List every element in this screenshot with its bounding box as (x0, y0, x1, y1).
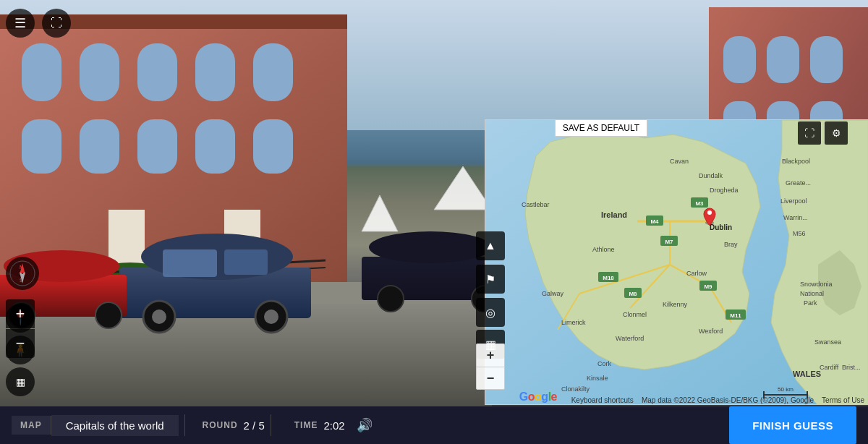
svg-text:Brist...: Brist... (842, 364, 861, 371)
svg-text:M9: M9 (704, 283, 712, 290)
zoom-out-button[interactable]: − (6, 329, 35, 358)
terms-of-use-link[interactable]: Terms of Use (822, 396, 864, 404)
sound-icon: 🔊 (357, 418, 373, 432)
svg-text:Castlebar: Castlebar (522, 201, 550, 208)
menu-button[interactable]: ☰ (6, 9, 35, 38)
svg-text:Athlone: Athlone (592, 246, 615, 253)
svg-rect-18 (810, 36, 843, 83)
svg-text:M8: M8 (629, 291, 637, 297)
svg-point-34 (152, 309, 166, 324)
svg-text:Swansea: Swansea (814, 338, 841, 346)
google-logo: Google (519, 390, 557, 404)
svg-text:Liverpool: Liverpool (780, 197, 807, 205)
svg-text:N: N (20, 265, 23, 270)
map-zoom-in-button[interactable]: + (476, 343, 505, 367)
svg-rect-7 (253, 43, 293, 101)
map-attribution: Keyboard shortcuts Map data ©2022 GeoBas… (571, 396, 864, 404)
svg-rect-17 (767, 36, 799, 83)
svg-text:Warrin...: Warrin... (783, 214, 808, 221)
expand-icon: ⛶ (804, 127, 814, 139)
svg-rect-16 (723, 36, 756, 83)
map-label: MAP (12, 416, 51, 435)
svg-text:Limerick: Limerick (561, 319, 586, 326)
svg-rect-31 (224, 249, 268, 275)
menu-icon: ☰ (14, 15, 26, 31)
map-expand-button[interactable]: ⛶ (798, 121, 821, 145)
fullscreen-icon: ⛶ (51, 17, 62, 30)
finish-guess-button[interactable]: FINISH GUESS (729, 406, 856, 444)
svg-point-42 (378, 286, 404, 312)
settings-icon: ⚙ (832, 127, 841, 139)
map-zoom-controls: + − (476, 343, 505, 390)
svg-text:Cavan: Cavan (670, 158, 689, 165)
svg-rect-5 (137, 43, 177, 101)
svg-rect-10 (137, 119, 177, 174)
map-flag-button[interactable]: ⚑ (476, 265, 505, 294)
divider-2 (271, 414, 271, 436)
svg-rect-4 (80, 43, 119, 101)
map-data-label: Map data ©2022 GeoBasis-DE/BKG (©2009), … (642, 396, 814, 404)
svg-point-39 (95, 302, 122, 328)
svg-point-35 (264, 309, 278, 324)
map-svg: M4 M7 M8 M9 M11 M18 Ireland Dublin Galwa… (485, 120, 868, 405)
compass[interactable]: N S (6, 257, 39, 290)
svg-text:M56: M56 (793, 230, 806, 237)
svg-rect-30 (163, 249, 217, 277)
bottom-bar: MAP Capitals of the world ROUND 2 / 5 TI… (0, 406, 868, 444)
divider-1 (184, 414, 185, 436)
svg-text:M3: M3 (695, 200, 704, 207)
time-value: 2:02 (323, 419, 344, 432)
map-settings-button[interactable]: ⚙ (825, 121, 848, 145)
map-zoom-out-button[interactable]: − (476, 367, 505, 390)
zoom-in-button[interactable]: + (6, 299, 35, 328)
svg-text:50 km: 50 km (778, 386, 793, 393)
svg-text:M18: M18 (603, 275, 614, 281)
svg-text:Dundalk: Dundalk (699, 172, 723, 179)
svg-point-108 (707, 210, 712, 215)
keyboard-shortcuts-link[interactable]: Keyboard shortcuts (571, 396, 634, 404)
svg-rect-6 (195, 43, 235, 101)
map-panel[interactable]: M4 M7 M8 M9 M11 M18 Ireland Dublin Galwa… (485, 119, 868, 405)
svg-text:Kinsale: Kinsale (587, 375, 608, 382)
svg-text:Blackpool: Blackpool (782, 158, 810, 165)
svg-marker-44 (362, 195, 398, 231)
svg-rect-3 (22, 43, 61, 101)
svg-text:Wexford: Wexford (699, 328, 723, 335)
svg-point-41 (369, 231, 492, 263)
svg-text:Greate...: Greate... (786, 179, 811, 187)
svg-rect-9 (80, 119, 119, 174)
compass-icon: N S (9, 260, 35, 286)
svg-text:Ireland: Ireland (601, 210, 627, 219)
svg-text:M11: M11 (730, 312, 741, 319)
svg-text:Clonakilty: Clonakilty (561, 385, 590, 393)
layers-button[interactable]: ▦ (6, 367, 35, 396)
svg-text:Cork: Cork (597, 360, 612, 367)
round-label: ROUND (203, 420, 238, 430)
save-default-button[interactable]: SAVE AS DEFAULT (555, 119, 647, 137)
svg-text:M7: M7 (665, 239, 673, 245)
svg-text:Kilkenny: Kilkenny (663, 301, 688, 308)
map-terrain-button[interactable]: ▲ (476, 231, 505, 260)
svg-text:M4: M4 (650, 218, 659, 225)
svg-text:National: National (800, 290, 824, 297)
svg-text:Bray: Bray (724, 241, 738, 248)
svg-rect-23 (0, 304, 492, 409)
zoom-controls: + − (6, 299, 35, 358)
svg-text:Park: Park (804, 299, 817, 307)
svg-marker-45 (434, 166, 492, 210)
svg-text:Drogheda: Drogheda (710, 187, 739, 194)
fullscreen-button[interactable]: ⛶ (42, 9, 71, 38)
flag-icon: ⚑ (485, 273, 495, 286)
sound-button[interactable]: 🔊 (354, 414, 375, 436)
svg-text:Snowdonia: Snowdonia (800, 281, 833, 288)
svg-rect-8 (22, 119, 61, 174)
svg-text:Cardiff: Cardiff (820, 364, 839, 371)
svg-text:Dublin: Dublin (710, 223, 732, 231)
svg-text:Waterford: Waterford (616, 335, 644, 342)
svg-text:S: S (20, 278, 23, 283)
svg-text:Carlow: Carlow (686, 270, 707, 277)
crosshair-icon: ◎ (485, 306, 495, 320)
map-crosshair-button[interactable]: ◎ (476, 298, 505, 327)
layers-icon: ▦ (16, 376, 25, 388)
game-title: Capitals of the world (51, 415, 179, 436)
